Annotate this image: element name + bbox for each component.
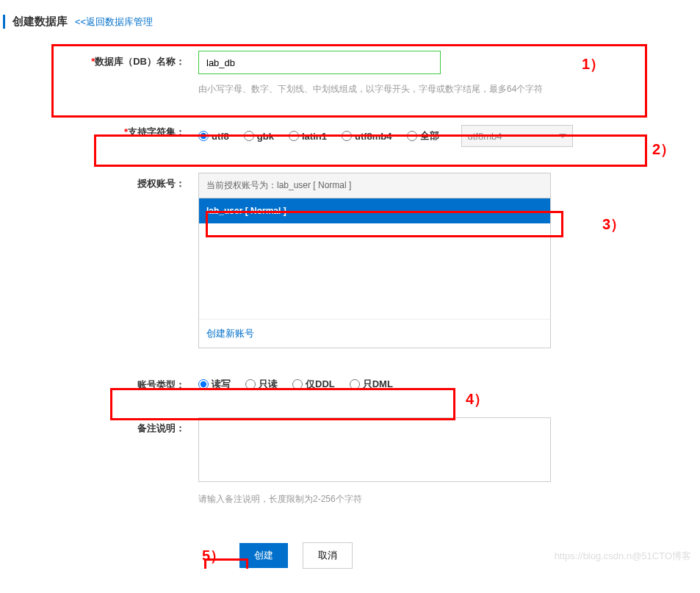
back-link[interactable]: <<返回数据库管理	[75, 15, 153, 29]
account-selected-item[interactable]: lab_user [ Normal ]	[199, 198, 550, 223]
account-type-label: 账号类型：	[44, 374, 198, 392]
account-current-text: 当前授权账号为：lab_user [ Normal ]	[199, 173, 550, 198]
annotation-5: 5）	[202, 546, 225, 566]
account-label: 授权账号：	[44, 173, 198, 190]
chevron-down-icon	[559, 134, 566, 138]
charset-radio-utf8[interactable]: utf8	[198, 131, 229, 142]
account-listbox: 当前授权账号为：lab_user [ Normal ] lab_user [ N…	[198, 173, 551, 348]
page-title: 创建数据库	[12, 15, 68, 29]
account-empty-area	[199, 223, 550, 319]
db-name-input[interactable]	[198, 51, 441, 74]
cancel-button[interactable]: 取消	[303, 542, 353, 569]
db-name-label: *数据库（DB）名称：	[44, 51, 198, 68]
remark-hint: 请输入备注说明，长度限制为2-256个字符	[198, 493, 656, 506]
account-type-ro[interactable]: 只读	[245, 378, 278, 391]
charset-radio-latin1[interactable]: latin1	[289, 131, 327, 142]
account-type-dml[interactable]: 只DML	[350, 378, 393, 391]
account-type-ddl[interactable]: 仅DDL	[292, 378, 335, 391]
charset-label: *支持字符集：	[44, 121, 198, 139]
create-account-link[interactable]: 创建新账号	[206, 328, 254, 339]
create-button[interactable]: 创建	[239, 543, 288, 568]
remark-textarea[interactable]	[198, 417, 551, 482]
db-name-hint: 由小写字母、数字、下划线、中划线组成，以字母开头，字母或数字结尾，最多64个字符	[198, 83, 656, 96]
charset-radio-gbk[interactable]: gbk	[244, 131, 274, 142]
account-type-rw[interactable]: 读写	[198, 378, 231, 391]
charset-radio-all[interactable]: 全部	[407, 129, 439, 143]
remark-label: 备注说明：	[44, 417, 198, 435]
charset-dropdown[interactable]: utf8mb4	[461, 125, 573, 147]
charset-radio-utf8mb4[interactable]: utf8mb4	[342, 131, 392, 142]
